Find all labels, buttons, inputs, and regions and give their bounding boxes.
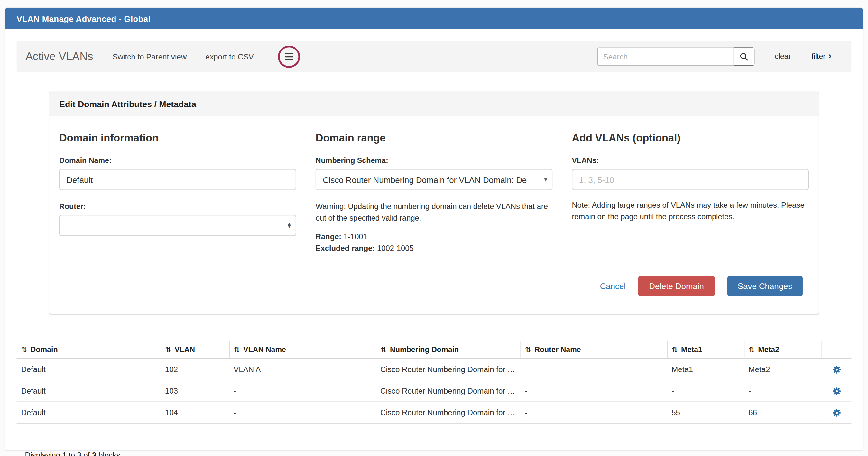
column-header-vlan-name[interactable]: ⇅VLAN Name bbox=[229, 341, 376, 359]
window-title-bar: VLAN Manage Advanced - Global bbox=[5, 8, 863, 29]
cell-vlan: 103 bbox=[160, 381, 229, 402]
table-header-row: ⇅Domain ⇅VLAN ⇅VLAN Name ⇅Numbering Doma… bbox=[17, 341, 851, 359]
cell-meta2: Meta2 bbox=[744, 359, 822, 381]
dropdown-icon: ▾ bbox=[542, 175, 547, 184]
sort-icon: ⇅ bbox=[234, 346, 240, 354]
table-row: Default 103 - Cisco Router Numbering Dom… bbox=[17, 381, 851, 402]
search-button[interactable] bbox=[733, 47, 754, 66]
vlans-label: VLANs: bbox=[572, 156, 808, 165]
footer-count: 3 bbox=[92, 452, 96, 456]
toolbar: Active VLANs Switch to Parent view expor… bbox=[17, 41, 851, 72]
sort-icon: ⇅ bbox=[749, 346, 755, 354]
vlan-manage-window: VLAN Manage Advanced - Global Active VLA… bbox=[5, 8, 863, 450]
sort-icon: ⇅ bbox=[165, 346, 172, 354]
cell-router-name: - bbox=[520, 381, 667, 402]
page: VLAN Manage Advanced - Global Active VLA… bbox=[0, 8, 868, 456]
edit-domain-panel: Edit Domain Attributes / Metadata Domain… bbox=[49, 92, 819, 315]
domain-information-heading: Domain information bbox=[59, 132, 296, 144]
cell-meta2: - bbox=[744, 381, 822, 402]
magnifier-icon bbox=[739, 52, 748, 61]
cell-numbering-domain: Cisco Router Numbering Domain for … bbox=[376, 359, 520, 381]
sort-icon: ⇅ bbox=[381, 346, 387, 354]
column-header-router-name[interactable]: ⇅Router Name bbox=[520, 341, 667, 359]
export-csv-link[interactable]: export to CSV bbox=[206, 52, 254, 61]
window-title: VLAN Manage Advanced - Global bbox=[17, 14, 151, 23]
settings-gear-icon[interactable] bbox=[832, 408, 841, 417]
add-vlans-heading: Add VLANs (optional) bbox=[572, 132, 808, 144]
router-select[interactable]: ▲ ▼ bbox=[59, 215, 296, 236]
clear-link[interactable]: clear bbox=[775, 53, 791, 61]
settings-gear-icon[interactable] bbox=[832, 365, 841, 374]
cell-vlan: 102 bbox=[160, 359, 229, 381]
cell-vlan-name: - bbox=[229, 381, 376, 402]
excluded-range-label: Excluded range: bbox=[316, 245, 375, 253]
cell-router-name: - bbox=[520, 359, 667, 381]
search-input[interactable] bbox=[597, 47, 733, 66]
domain-range-section: Domain range Numbering Schema: Cisco Rou… bbox=[316, 132, 552, 253]
sort-icon: ⇅ bbox=[672, 346, 678, 354]
cell-numbering-domain: Cisco Router Numbering Domain for … bbox=[376, 402, 520, 424]
range-label: Range: bbox=[316, 233, 341, 241]
panel-actions: Cancel Delete Domain Save Changes bbox=[49, 253, 819, 314]
cell-domain: Default bbox=[17, 359, 160, 381]
hamburger-icon bbox=[285, 53, 293, 54]
cell-meta1: Meta1 bbox=[667, 359, 744, 381]
domain-name-label: Domain Name: bbox=[59, 156, 296, 165]
cell-meta2: 66 bbox=[744, 402, 822, 424]
filter-link[interactable]: filter › bbox=[811, 51, 831, 62]
column-header-domain[interactable]: ⇅Domain bbox=[17, 341, 160, 359]
save-changes-button[interactable]: Save Changes bbox=[727, 276, 803, 296]
cell-vlan-name: - bbox=[229, 402, 376, 424]
cell-domain: Default bbox=[17, 402, 160, 424]
filter-label: filter bbox=[811, 53, 826, 61]
chevron-right-icon: › bbox=[829, 51, 832, 61]
cell-router-name: - bbox=[520, 402, 667, 424]
sort-icon: ⇅ bbox=[525, 346, 531, 354]
switch-parent-view-link[interactable]: Switch to Parent view bbox=[113, 52, 187, 61]
cell-numbering-domain: Cisco Router Numbering Domain for … bbox=[376, 381, 520, 402]
numbering-schema-label: Numbering Schema: bbox=[316, 156, 552, 165]
cancel-link[interactable]: Cancel bbox=[600, 282, 626, 291]
cell-vlan: 104 bbox=[160, 402, 229, 424]
sort-icon: ⇅ bbox=[21, 346, 27, 354]
vlan-table: ⇅Domain ⇅VLAN ⇅VLAN Name ⇅Numbering Doma… bbox=[17, 341, 851, 424]
column-header-numbering-domain[interactable]: ⇅Numbering Domain bbox=[376, 341, 520, 359]
add-vlans-section: Add VLANs (optional) VLANs: Note: Adding… bbox=[572, 132, 808, 253]
table-row: Default 104 - Cisco Router Numbering Dom… bbox=[17, 402, 851, 424]
menu-circle-button[interactable] bbox=[278, 45, 300, 68]
toolbar-right-group: clear filter › bbox=[597, 47, 843, 66]
excluded-range-value: 1002-1005 bbox=[377, 245, 414, 253]
page-title: Active VLANs bbox=[25, 50, 93, 63]
footer-prefix: Displaying 1 to 3 of bbox=[25, 452, 90, 456]
delete-domain-button[interactable]: Delete Domain bbox=[639, 276, 715, 296]
cell-meta1: - bbox=[667, 381, 744, 402]
numbering-schema-select[interactable]: Cisco Router Numbering Domain for VLAN D… bbox=[316, 169, 552, 190]
numbering-schema-value: Cisco Router Numbering Domain for VLAN D… bbox=[323, 175, 545, 184]
panel-body: Domain information Domain Name: Router: … bbox=[49, 117, 819, 253]
vlans-note-text: Note: Adding large ranges of VLANs may t… bbox=[572, 200, 808, 223]
table-footer: Displaying 1 to 3 of 3 blocks bbox=[25, 452, 863, 456]
panel-title: Edit Domain Attributes / Metadata bbox=[49, 92, 819, 117]
column-header-vlan[interactable]: ⇅VLAN bbox=[160, 341, 229, 359]
select-stepper-icon: ▲ ▼ bbox=[288, 223, 291, 229]
column-header-meta2[interactable]: ⇅Meta2 bbox=[744, 341, 822, 359]
cell-domain: Default bbox=[17, 381, 160, 402]
column-header-actions bbox=[822, 341, 851, 359]
excluded-range-line: Excluded range: 1002-1005 bbox=[316, 245, 552, 253]
range-line: Range: 1-1001 bbox=[316, 233, 552, 241]
domain-name-input[interactable] bbox=[59, 169, 296, 190]
vlans-input[interactable] bbox=[572, 169, 808, 190]
domain-information-section: Domain information Domain Name: Router: … bbox=[59, 132, 296, 253]
router-label: Router: bbox=[59, 202, 296, 210]
cell-meta1: 55 bbox=[667, 402, 744, 424]
footer-suffix: blocks bbox=[98, 452, 120, 456]
cell-vlan-name: VLAN A bbox=[229, 359, 376, 381]
numbering-warning-text: Warning: Updating the numbering domain c… bbox=[316, 201, 552, 224]
column-header-meta1[interactable]: ⇅Meta1 bbox=[667, 341, 744, 359]
settings-gear-icon[interactable] bbox=[832, 387, 841, 396]
table-row: Default 102 VLAN A Cisco Router Numberin… bbox=[17, 359, 851, 381]
domain-range-heading: Domain range bbox=[316, 132, 552, 144]
range-value: 1-1001 bbox=[344, 233, 367, 241]
